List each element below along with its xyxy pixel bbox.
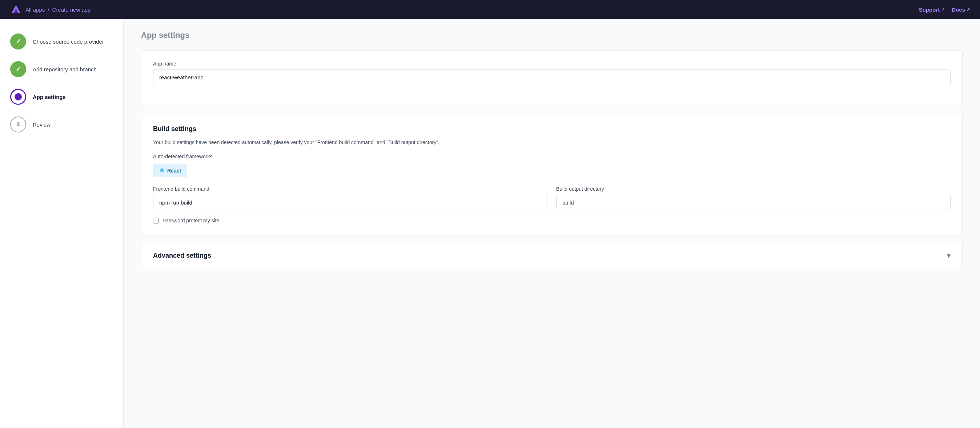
nav-left: All apps / Create new app	[10, 4, 91, 15]
external-link-icon-docs: ↗	[967, 7, 970, 12]
step-circle-3	[10, 89, 26, 105]
app-name-input[interactable]	[153, 70, 951, 85]
breadcrumb-current: Create new app	[52, 6, 91, 13]
frontend-build-command-label: Frontend build command	[153, 186, 547, 192]
step-label-3: App settings	[33, 94, 66, 100]
breadcrumb-separator: /	[48, 6, 49, 13]
step-label-2: Add repository and branch	[33, 66, 97, 72]
password-protect-label: Password protect my site	[162, 218, 219, 224]
step-circle-1: ✓	[10, 34, 26, 50]
password-protect-row: Password protect my site	[153, 218, 951, 224]
sidebar: ✓ Choose source code provider ✓ Add repo…	[0, 19, 124, 428]
build-settings-section: Build settings Your build settings have …	[141, 115, 963, 234]
auto-detected-label: Auto-detected frameworks	[153, 153, 951, 160]
step-label-4: Review	[33, 121, 51, 128]
top-navigation: All apps / Create new app Support ↗ Docs…	[0, 0, 980, 19]
build-output-directory-label: Build output directory	[556, 186, 951, 192]
build-settings-notice: Your build settings have been detected a…	[153, 139, 951, 146]
app-name-section: App name	[141, 50, 963, 106]
step-circle-4: 4	[10, 117, 26, 133]
support-link[interactable]: Support ↗	[919, 6, 945, 13]
app-name-group: App name	[153, 61, 951, 85]
checkmark-icon-2: ✓	[16, 65, 21, 73]
step-list: ✓ Choose source code provider ✓ Add repo…	[10, 34, 113, 133]
advanced-settings-bar[interactable]: Advanced settings ▾	[141, 243, 963, 268]
step-label-1: Choose source code provider	[33, 38, 104, 45]
step-item-1: ✓ Choose source code provider	[10, 34, 113, 50]
framework-badge: ⚛ React	[153, 164, 187, 177]
amplify-logo	[10, 4, 22, 15]
step-circle-2: ✓	[10, 61, 26, 77]
frontend-build-command-group: Frontend build command	[153, 186, 547, 210]
framework-name: React	[167, 168, 181, 174]
docs-link[interactable]: Docs ↗	[951, 6, 970, 13]
page-wrapper: ✓ Choose source code provider ✓ Add repo…	[0, 19, 980, 428]
checkmark-icon-1: ✓	[16, 37, 21, 45]
step-item-2: ✓ Add repository and branch	[10, 61, 113, 77]
step-item-3: App settings	[10, 89, 113, 105]
frontend-build-command-input[interactable]	[153, 195, 547, 210]
advanced-settings-heading: Advanced settings	[153, 252, 211, 259]
password-protect-checkbox[interactable]	[153, 218, 159, 224]
chevron-down-icon: ▾	[947, 251, 951, 260]
build-fields-row: Frontend build command Build output dire…	[153, 186, 951, 210]
build-output-directory-group: Build output directory	[556, 186, 951, 210]
step-item-4: 4 Review	[10, 117, 113, 133]
app-name-label: App name	[153, 61, 951, 67]
nav-right: Support ↗ Docs ↗	[919, 6, 970, 13]
main-content: App settings App name Build settings You…	[124, 19, 980, 428]
breadcrumb: All apps / Create new app	[25, 6, 91, 13]
step-number-4: 4	[17, 121, 20, 128]
external-link-icon: ↗	[941, 7, 944, 12]
all-apps-link[interactable]: All apps	[25, 6, 45, 13]
build-settings-heading: Build settings	[153, 125, 951, 133]
page-heading-partial: App settings	[141, 30, 963, 40]
build-output-directory-input[interactable]	[556, 195, 951, 210]
react-framework-icon: ⚛	[159, 167, 164, 174]
